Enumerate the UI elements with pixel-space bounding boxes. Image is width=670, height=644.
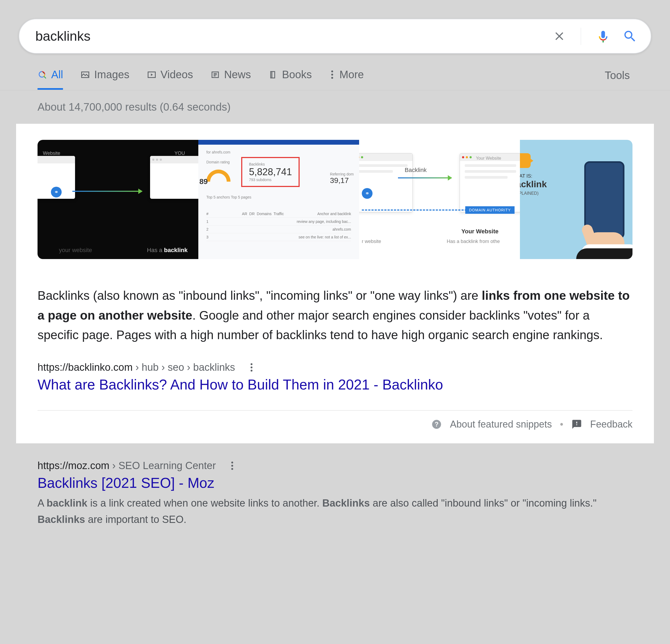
featured-path: › hub › seo › backlinks [133,362,235,373]
chat-icon [520,153,531,168]
tab-videos-label: Videos [161,69,193,81]
tab-more[interactable]: More [329,68,364,90]
tab-books[interactable]: Books [268,69,312,90]
result2-description: A backlink is a link created when one we… [38,495,632,528]
tab-all[interactable]: All [38,69,63,90]
thumb1-label-right: YOU [174,151,185,156]
tab-books-label: Books [282,69,312,81]
result-stats: About 14,700,000 results (0.64 seconds) [0,90,670,124]
featured-url: https://backlinko.com › hub › seo › back… [38,361,632,374]
hand-illustration [574,224,632,259]
thumb1-caption-left: your website [59,247,92,254]
featured-title[interactable]: What are Backlinks? And How to Build The… [38,376,632,393]
thumb3-backlink-label: Backlink [405,167,427,174]
tab-all-label: All [51,69,63,81]
result2-path: › SEO Learning Center [109,460,216,471]
thumb3-badge: DOMAIN AUTHORITY [465,206,514,214]
thumb1-caption-right: Has a backlink [147,247,188,254]
tools-button[interactable]: Tools [605,69,630,89]
featured-domain: https://backlinko.com [38,362,133,373]
tabs-row: All Images Videos News Books More Tools [0,54,670,90]
thumb2-rating: 89 [199,177,208,186]
thumbnail-4[interactable]: HAT IS: acklink XPLAINED) [520,140,632,259]
tab-images-label: Images [94,69,129,81]
thumb2-backlinks-label: Backlinks [249,162,292,166]
thumb3-has: Has a backlink from othe [447,239,500,244]
search-mini-icon [38,70,47,80]
thumb2-refdom-label: Referring dom [330,172,354,176]
video-icon [147,70,157,80]
divider [581,28,581,45]
organic-result: https://moz.com › SEO Learning Center Ba… [0,443,670,528]
help-icon: ? [431,419,442,430]
feedback-icon [571,419,582,430]
tab-images[interactable]: Images [80,69,129,90]
tab-videos[interactable]: Videos [147,69,193,90]
search-bar [19,19,651,54]
thumbnail-2[interactable]: for ahrefs.com Domain rating 89 Backlink… [198,140,359,259]
news-icon [210,70,220,80]
more-icon [329,68,335,81]
link-icon: ⚭ [51,187,62,197]
link-icon: ⚭ [362,188,373,199]
tab-news-label: News [224,69,251,81]
result2-url: https://moz.com › SEO Learning Center [38,460,632,472]
more-options-icon[interactable] [229,460,235,472]
thumb2-refdom: 39,17 [330,176,354,185]
search-icon[interactable] [622,29,637,44]
thumbnail-1[interactable]: Website YOU ⚭ your website Has a backlin… [38,140,198,259]
clear-icon[interactable] [553,29,566,43]
thumb3-bottom-left: r website [362,239,381,244]
snippet-description: Backlinks (also known as "inbound links"… [38,286,632,345]
mic-icon[interactable] [596,29,611,44]
thumbnail-3[interactable]: Your Website ⚭ Backlink DOMAIN AUTHORITY… [359,140,520,259]
svg-text:?: ? [435,421,439,428]
feedback-link[interactable]: Feedback [590,419,632,430]
tab-news[interactable]: News [210,69,251,90]
arrow-icon [398,177,452,178]
thumb3-your-website: Your Website [461,228,498,235]
thumb1-label-left: Website [43,151,60,156]
thumb4-text: HAT IS: acklink XPLAINED) [520,173,547,196]
separator: • [560,419,563,430]
search-input[interactable] [35,28,553,44]
thumb2-filters: Top 5 anchors Top 5 pages [206,195,351,199]
about-snippets-link[interactable]: About featured snippets [450,419,552,430]
result2-domain: https://moz.com [38,460,109,471]
thumb2-header: for ahrefs.com [206,150,351,154]
thumb2-subcount: 793 subdoms [249,178,292,182]
more-options-icon[interactable] [249,361,255,374]
featured-snippet: Website YOU ⚭ your website Has a backlin… [16,124,654,443]
arrow-icon [72,191,142,192]
thumb3-top-label: Your Website [476,156,501,161]
thumb2-backlinks: 5,828,741 [249,166,292,178]
image-icon [80,70,90,80]
thumb2-rating-label: Domain rating [206,160,230,164]
image-carousel: Website YOU ⚭ your website Has a backlin… [38,140,632,259]
result2-title[interactable]: Backlinks [2021 SEO] - Moz [38,475,632,491]
tab-more-label: More [339,69,364,81]
book-icon [268,70,278,80]
